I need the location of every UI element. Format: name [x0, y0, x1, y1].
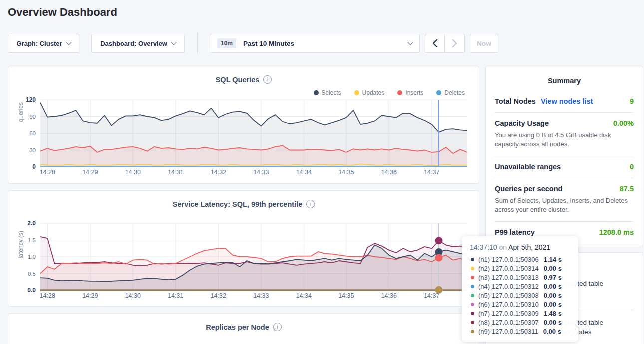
total-nodes-label: Total Nodes	[495, 97, 536, 105]
node-color-dot-icon	[471, 267, 474, 270]
svg-text:0: 0	[32, 163, 36, 170]
summary-row-capacity: Capacity Usage 0.00% You are using 0 B o…	[495, 113, 634, 156]
graph-dropdown-label: Graph: Cluster	[16, 40, 62, 47]
overview-dashboard-page: Overview Dashboard Graph: Cluster Dashbo…	[0, 0, 644, 344]
node-color-dot-icon	[471, 330, 474, 333]
unavailable-ranges-label: Unavailable ranges	[495, 163, 561, 171]
summary-row-qps: Queries per second 87.5 Sum of Selects, …	[495, 178, 634, 222]
sql-queries-chart[interactable]: 14:2814:2914:3014:3114:3214:3314:3414:35…	[8, 97, 476, 176]
node-color-dot-icon	[471, 312, 474, 315]
node-color-dot-icon	[471, 321, 474, 324]
time-prev-button[interactable]	[425, 34, 445, 53]
info-icon[interactable]: i	[263, 75, 272, 84]
p99-latency-label: P99 latency	[495, 228, 535, 236]
svg-text:0.0: 0.0	[27, 287, 36, 294]
tooltip-node-row: (n9) 127.0.0.1:503110.00 s	[470, 327, 570, 336]
service-latency-card: Service Latency: SQL, 99th percentile i …	[8, 190, 479, 307]
svg-text:2.0: 2.0	[27, 221, 36, 227]
summary-row-total-nodes: Total Nodes View nodes list 9	[495, 91, 634, 113]
svg-text:14:30: 14:30	[125, 169, 141, 176]
dashboard-dropdown[interactable]: Dashboard: Overview	[91, 34, 185, 53]
legend-item-selects[interactable]: Selects	[314, 89, 341, 96]
svg-text:30: 30	[29, 147, 36, 153]
svg-text:14:33: 14:33	[253, 292, 269, 299]
tooltip-node-row: (n7) 127.0.0.1:503091.48 s	[470, 309, 570, 318]
toolbar-divider	[197, 33, 198, 54]
info-icon[interactable]: i	[306, 200, 315, 208]
svg-text:14:36: 14:36	[381, 169, 397, 176]
summary-panel: Summary Total Nodes View nodes list 9 Ca…	[485, 66, 643, 247]
capacity-usage-value: 0.00%	[613, 119, 634, 127]
svg-text:14:28: 14:28	[40, 169, 55, 176]
svg-text:14:37: 14:37	[424, 169, 439, 176]
svg-text:14:37: 14:37	[424, 292, 439, 299]
svg-text:14:32: 14:32	[211, 169, 226, 176]
chevron-left-icon	[432, 39, 438, 47]
tooltip-node-row: (n3) 127.0.0.1:503130.97 s	[470, 273, 570, 282]
tooltip-node-row: (n6) 127.0.0.1:503100.00 s	[470, 300, 570, 309]
node-color-dot-icon	[471, 303, 474, 306]
node-color-dot-icon	[471, 258, 474, 261]
time-next-button[interactable]	[444, 34, 465, 53]
svg-text:14:31: 14:31	[168, 169, 183, 176]
tooltip-node-row: (n1) 127.0.0.1:503061.14 s	[470, 255, 570, 264]
svg-text:14:32: 14:32	[211, 292, 226, 299]
svg-text:14:30: 14:30	[125, 292, 141, 299]
legend-item-inserts[interactable]: Inserts	[397, 89, 423, 96]
svg-text:14:35: 14:35	[338, 169, 354, 176]
legend-item-deletes[interactable]: Deletes	[436, 89, 465, 96]
svg-text:14:31: 14:31	[168, 292, 183, 299]
chart-title: Service Latency: SQL, 99th percentile	[173, 200, 303, 208]
time-range-dropdown[interactable]: 10m Past 10 Minutes	[210, 34, 420, 53]
service-latency-chart[interactable]: 14:2814:2914:3014:3114:3214:3314:3414:35…	[8, 221, 476, 300]
svg-text:14:36: 14:36	[381, 292, 397, 299]
graph-dropdown[interactable]: Graph: Cluster	[8, 34, 79, 53]
chart-hover-tooltip: 14:37:10 on Apr 5th, 2021 (n1) 127.0.0.1…	[462, 236, 578, 342]
legend-item-updates[interactable]: Updates	[354, 89, 385, 96]
chart-legend: SelectsUpdatesInsertsDeletes	[314, 89, 465, 96]
chevron-right-icon	[452, 39, 457, 47]
info-icon[interactable]: i	[273, 323, 282, 331]
svg-text:14:34: 14:34	[296, 292, 312, 299]
svg-text:14:28: 14:28	[40, 292, 55, 299]
chevron-down-icon	[171, 39, 176, 45]
unavailable-ranges-value: 0	[630, 163, 634, 171]
queries-per-second-label: Queries per second	[495, 185, 562, 193]
svg-text:120: 120	[26, 97, 36, 103]
tooltip-node-row: (n4) 127.0.0.1:503120.00 s	[470, 282, 570, 291]
tooltip-node-row: (n2) 127.0.0.1:503140.00 s	[470, 264, 570, 273]
queries-per-second-value: 87.5	[620, 185, 634, 193]
p99-latency-value: 1208.0 ms	[599, 228, 634, 236]
queries-per-second-desc: Sum of Selects, Updates, Inserts, and De…	[495, 196, 634, 214]
svg-text:1.5: 1.5	[28, 237, 36, 243]
svg-text:14:35: 14:35	[338, 292, 354, 299]
view-nodes-list-link[interactable]: View nodes list	[541, 97, 593, 105]
replicas-per-node-card: Replicas per Node i	[8, 313, 479, 344]
svg-text:14:34: 14:34	[296, 169, 312, 176]
summary-title: Summary	[495, 77, 634, 85]
svg-text:14:29: 14:29	[82, 169, 98, 176]
node-color-dot-icon	[471, 294, 474, 297]
legend-dot-icon	[354, 90, 359, 95]
svg-text:14:29: 14:29	[82, 292, 98, 299]
legend-dot-icon	[397, 90, 402, 95]
time-range-label: Past 10 Minutes	[243, 40, 294, 47]
capacity-usage-label: Capacity Usage	[495, 119, 549, 127]
svg-text:1.0: 1.0	[28, 254, 36, 260]
now-button[interactable]: Now	[470, 34, 498, 53]
chevron-down-icon	[407, 39, 413, 45]
tooltip-node-list: (n1) 127.0.0.1:503061.14 s(n2) 127.0.0.1…	[470, 255, 570, 336]
legend-dot-icon	[436, 90, 441, 95]
capacity-usage-desc: You are using 0 B of 4.5 GiB usable disk…	[495, 131, 634, 149]
chart-title: Replicas per Node	[206, 323, 269, 331]
node-color-dot-icon	[471, 285, 474, 288]
svg-text:14:33: 14:33	[253, 169, 269, 176]
svg-text:60: 60	[29, 130, 36, 136]
dashboard-dropdown-label: Dashboard: Overview	[100, 40, 167, 47]
sql-queries-card: SQL Queries i SelectsUpdatesInsertsDelet…	[8, 66, 479, 184]
tooltip-node-row: (n8) 127.0.0.1:503070.00 s	[470, 318, 570, 327]
tooltip-node-row: (n5) 127.0.0.1:503080.00 s	[470, 291, 570, 300]
summary-row-unavailable: Unavailable ranges 0	[495, 156, 634, 178]
time-range-badge: 10m	[217, 38, 236, 48]
svg-text:90: 90	[29, 114, 36, 120]
